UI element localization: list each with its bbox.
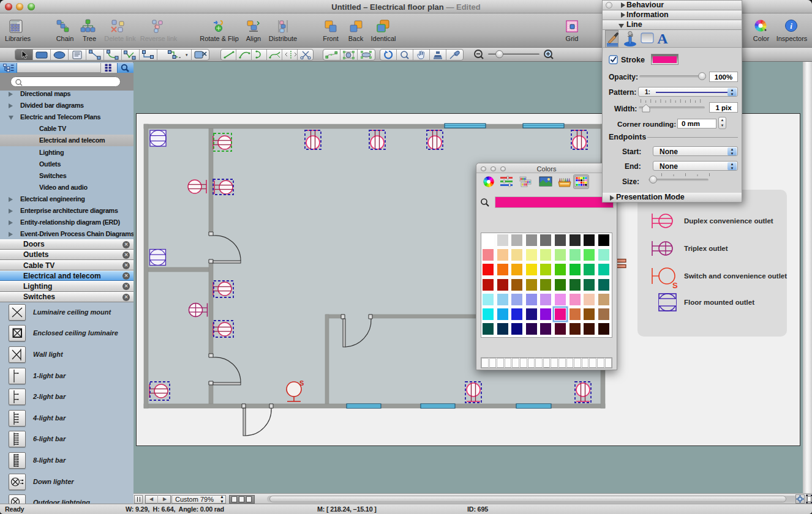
svg-text:i: i	[790, 21, 792, 31]
svg-text:S: S	[672, 281, 678, 290]
